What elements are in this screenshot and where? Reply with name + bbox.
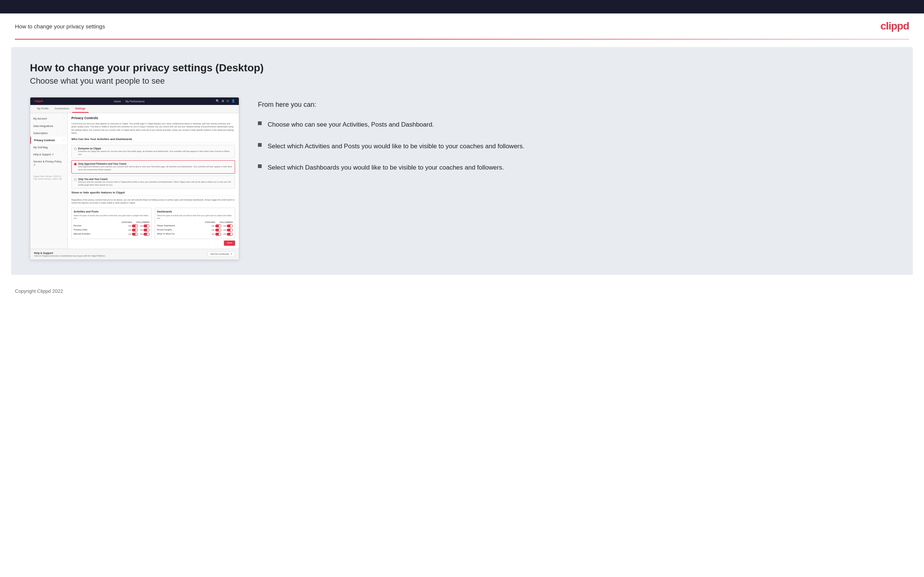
bullet-item-1: Choose who can see your Activities, Post… — [258, 120, 894, 130]
mini-tab-connections[interactable]: Connections — [52, 105, 72, 113]
round-insights-coaches-switch[interactable] — [215, 229, 221, 232]
main-content: How to change your privacy settings (Des… — [11, 47, 913, 275]
mini-privacy-desc: Control how you and your data appears to… — [71, 122, 235, 134]
mini-radio-everyone-desc: Everyone on Clippd can search for you an… — [78, 150, 233, 156]
mini-activities-box: Activities and Posts Select the types of… — [71, 208, 152, 239]
round-insights-toggles: ON ON — [212, 229, 233, 232]
header-title: How to change your privacy settings — [15, 23, 105, 29]
screenshot-mockup: clippd Home My Performance 🔍 ⊞ ⊙ 👤 My Pr… — [30, 97, 239, 260]
bullet-item-3: Select which Dashboards you would like t… — [258, 163, 894, 172]
drills-label: Practice Drills — [74, 229, 87, 232]
search-icon: 🔍 — [216, 99, 220, 103]
mini-show-hide-title: Show or hide specific features in Clippd — [71, 191, 235, 196]
mini-body: My Account › Data Integrations › Subscri… — [30, 113, 239, 248]
round-insights-followers-toggle[interactable]: ON — [223, 229, 233, 232]
bullet-item-2: Select which Activities and Posts you wo… — [258, 142, 894, 151]
bullet-square-3 — [258, 164, 262, 168]
content-row: clippd Home My Performance 🔍 ⊞ ⊙ 👤 My Pr… — [30, 97, 894, 260]
mini-visit-button[interactable]: Visit Our Community ↗ — [207, 251, 235, 257]
mini-sidebar-golf-label: My Golf Bag — [33, 146, 48, 149]
manual-coaches-toggle[interactable]: ON — [128, 233, 138, 236]
player-dash-followers-toggle[interactable]: ON — [223, 224, 233, 227]
drills-toggles: ON ON — [128, 229, 150, 232]
mini-dashboards-desc: Select the types of activity that you'd … — [157, 214, 233, 219]
logo: clippd — [880, 20, 909, 32]
mini-sidebar-account-label: My Account — [33, 117, 47, 120]
mini-sidebar-service[interactable]: Service & Privacy Policy ↗ — [30, 158, 67, 168]
mini-sidebar-account[interactable]: My Account › — [30, 115, 67, 122]
round-insights-coaches-toggle[interactable]: ON — [212, 229, 221, 232]
page-subheading: Choose what you want people to see — [30, 76, 894, 86]
mini-sidebar-sub-label: Subscription — [33, 131, 48, 135]
rounds-followers-toggle[interactable]: ON — [140, 224, 150, 227]
mini-sidebar-golfbag[interactable]: My Golf Bag › — [30, 144, 67, 151]
bullet-square-2 — [258, 143, 262, 147]
mini-help-section: Help & Support Visit our Clippd communit… — [30, 249, 239, 259]
chevron-icon: › — [63, 139, 64, 142]
drills-followers-toggle[interactable]: ON — [140, 229, 150, 232]
manual-followers-toggle[interactable]: ON — [140, 233, 150, 236]
page-heading: How to change your privacy settings (Des… — [30, 62, 894, 74]
mini-sidebar-subscription[interactable]: Subscription › — [30, 130, 67, 137]
mini-sidebar-help-label: Help & Support ↗ — [33, 153, 54, 156]
dash-coaches-header: COACHES — [205, 221, 215, 224]
manual-label: Manual Activities — [74, 233, 90, 236]
mini-dashboards-title: Dashboards — [157, 210, 233, 213]
mini-activities-desc: Select the types of activity that you'd … — [74, 214, 150, 219]
mini-nav-home: Home — [114, 100, 121, 103]
mini-save-row: Save — [71, 240, 235, 246]
mini-help-text: Help & Support Visit our Clippd communit… — [34, 251, 106, 257]
mini-help-title: Help & Support — [34, 251, 106, 255]
drills-coaches-toggle[interactable]: ON — [128, 229, 138, 232]
mini-sidebar-privacy[interactable]: Privacy Controls › — [30, 137, 67, 144]
footer: Copyright Clippd 2022 — [0, 282, 924, 300]
what-to-work-followers-switch[interactable] — [227, 233, 233, 236]
mini-save-button[interactable]: Save — [224, 240, 235, 246]
mini-sidebar-version: Clippd Client Version: 2022.8.2SQL Serve… — [30, 172, 67, 184]
what-to-work-label: What To Work On — [157, 233, 174, 236]
mini-sidebar-help[interactable]: Help & Support ↗ — [30, 151, 67, 158]
round-insights-label: Round Insights — [157, 229, 172, 232]
rounds-toggles: ON ON — [128, 224, 150, 227]
mini-sidebar: My Account › Data Integrations › Subscri… — [30, 113, 68, 248]
mini-dashboards-header: COACHES FOLLOWERS — [157, 221, 233, 224]
mini-sidebar-data-label: Data Integrations — [33, 124, 53, 128]
header-divider — [15, 39, 909, 40]
player-dash-followers-switch[interactable] — [227, 224, 233, 227]
mini-toggle-manual: Manual Activities ON ON — [74, 233, 150, 236]
external-link-icon: ↗ — [230, 253, 232, 255]
what-to-work-followers-toggle[interactable]: ON — [223, 233, 233, 236]
mini-show-hide-desc: Regardless of the privacy controls that … — [71, 198, 235, 205]
rounds-coaches-toggle[interactable]: ON — [128, 224, 138, 227]
manual-toggles: ON ON — [128, 233, 150, 236]
mini-privacy-title: Privacy Controls — [71, 116, 235, 121]
mini-radio-only-you[interactable]: Only You and Your Coach Only you and the… — [71, 176, 235, 189]
coaches-header: COACHES — [121, 221, 132, 224]
mini-logo: clippd — [34, 99, 43, 103]
mini-tab-settings[interactable]: Settings — [72, 105, 89, 113]
manual-coaches-switch[interactable] — [132, 233, 138, 236]
mini-app: clippd Home My Performance 🔍 ⊞ ⊙ 👤 My Pr… — [30, 97, 239, 259]
rounds-coaches-switch[interactable] — [132, 224, 138, 227]
manual-followers-switch[interactable] — [144, 233, 150, 236]
mini-radio-followers-desc: Only approved followers and coaches you … — [78, 166, 233, 171]
what-to-work-coaches-switch[interactable] — [215, 233, 221, 236]
mini-dashboards-box: Dashboards Select the types of activity … — [155, 208, 235, 239]
mini-sidebar-data[interactable]: Data Integrations › — [30, 122, 67, 130]
rounds-followers-switch[interactable] — [144, 224, 150, 227]
top-bar — [0, 0, 924, 13]
player-dash-coaches-toggle[interactable]: ON — [212, 224, 221, 227]
bullet-text-3: Select which Dashboards you would like t… — [268, 163, 504, 172]
mini-activities-title: Activities and Posts — [74, 210, 150, 213]
what-to-work-coaches-toggle[interactable]: ON — [212, 233, 221, 236]
mini-toggle-drills: Practice Drills ON ON — [74, 229, 150, 232]
mini-tab-profile[interactable]: My Profile — [34, 105, 52, 113]
copyright: Copyright Clippd 2022 — [15, 288, 63, 294]
mini-radio-followers[interactable]: Only Approved Followers and Your Coach O… — [71, 160, 235, 174]
mini-radio-everyone[interactable]: Everyone on Clippd Everyone on Clippd ca… — [71, 145, 235, 158]
chevron-icon: › — [63, 124, 64, 127]
player-dash-coaches-switch[interactable] — [215, 224, 221, 227]
round-insights-followers-switch[interactable] — [227, 229, 233, 232]
drills-coaches-switch[interactable] — [132, 229, 138, 232]
drills-followers-switch[interactable] — [144, 229, 150, 232]
